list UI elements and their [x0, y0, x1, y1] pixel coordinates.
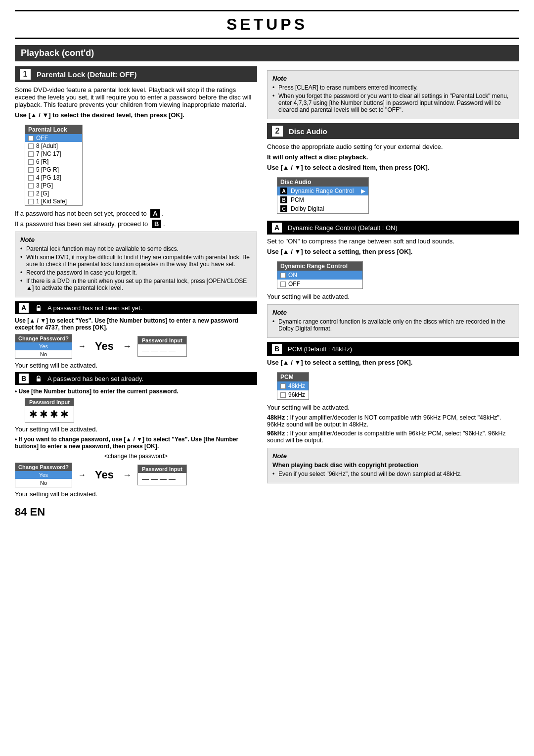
pl-row-kidsafe: 1 [Kid Safe]	[25, 197, 82, 205]
drc-instruction: Use [▲ / ▼] to select a setting, then pr…	[267, 248, 519, 255]
proceed-A-label: A	[150, 209, 160, 218]
pl-label-r: 6 [R]	[36, 158, 48, 165]
playback-header: Playback (cont'd)	[15, 45, 519, 61]
da-row-drc: A Dynamic Range Control ▶	[277, 187, 368, 195]
note-box-right: Note Press [CLEAR] to erase numbers ente…	[267, 70, 519, 119]
drc-activated: Your setting will be activated.	[267, 293, 519, 300]
step-B-instruction: • Use [the Number buttons] to enter the …	[15, 388, 257, 395]
note-box-left: Note Parental lock function may not be a…	[15, 232, 257, 297]
drc-banner-letter: A	[272, 223, 282, 233]
drc-intro: Set to "ON" to compress the range betwee…	[267, 237, 519, 245]
password-input-box-A: Password Input — — — —	[137, 336, 187, 357]
section2-title: Disc Audio	[289, 127, 327, 136]
note-item-4: If there is a DVD in the unit when you s…	[20, 278, 252, 291]
da-row-pcm: B PCM	[277, 195, 368, 204]
pl-label-pg: 3 [PG]	[36, 182, 53, 189]
proceed-B-label: B	[152, 220, 161, 228]
step-B-box: B A password has been set already.	[15, 372, 257, 385]
page-number: 84 EN	[15, 506, 257, 519]
drc-table: Dynamic Range Control ✓ ON OFF	[277, 261, 363, 289]
star3: ✱	[50, 408, 58, 420]
no-row-B2: No	[15, 479, 72, 487]
pcm-table: PCM ✓ 48kHz 96kHz	[277, 372, 309, 400]
proceed-B-line: If a password has been set already, proc…	[15, 220, 257, 228]
pl-label-off: OFF	[36, 135, 48, 142]
pcm-row-96: 96kHz	[277, 390, 309, 399]
pi-header-B: Password Input	[25, 398, 74, 406]
arrow-B2: →	[78, 471, 86, 479]
note-item-2: With some DVD, it may be difficult to fi…	[20, 254, 252, 268]
pi-header-B2: Password Input	[138, 465, 186, 473]
note-pcm-item-1: Even if you select "96kHz", the sound wi…	[272, 471, 514, 477]
drc-label-on: ON	[288, 272, 297, 279]
pl-row-off: ✓ OFF	[25, 134, 82, 142]
da-table-header: Disc Audio	[277, 178, 368, 187]
pl-row-r: 6 [R]	[25, 158, 82, 166]
yes-row-B2: Yes	[15, 471, 72, 479]
pl-row-nc17: 7 [NC 17]	[25, 150, 82, 158]
pi-body-B2: — — — —	[138, 473, 186, 485]
left-column: 1 Parental Lock (Default: OFF) Some DVD-…	[15, 66, 257, 519]
dash4-B2: —	[169, 475, 176, 483]
pl-row-pg: 3 [PG]	[25, 182, 82, 189]
section1-body: Some DVD-video feature a parental lock l…	[15, 86, 257, 108]
96khz-desc: 96kHz : If your amplifier/decoder is com…	[267, 430, 519, 444]
drc-table-header: Dynamic Range Control	[277, 262, 362, 271]
svg-rect-1	[37, 378, 41, 381]
note-title-right: Note	[272, 75, 514, 82]
note-item-3: Record the password in case you forget i…	[20, 269, 252, 276]
dash-arrow-A: →	[123, 341, 132, 352]
pl-checkbox-nc17	[28, 151, 34, 157]
yes-word-A: Yes	[95, 340, 114, 353]
96khz-label: 96kHz	[267, 430, 285, 437]
activated-B2: Your setting will be activated.	[15, 490, 257, 498]
pl-label-g: 2 [G]	[36, 190, 49, 197]
activated-B: Your setting will be activated.	[15, 425, 257, 433]
pl-label-nc17: 7 [NC 17]	[36, 150, 61, 157]
note-list-left: Parental lock function may not be availa…	[20, 245, 252, 291]
drc-row-on: ✓ ON	[277, 271, 362, 280]
pi-body-A: — — — —	[138, 344, 186, 356]
step-B-text: A password has been set already.	[47, 375, 143, 382]
pcm-checkbox-48: ✓	[280, 383, 286, 389]
note-box-drc: Note Dynamic range control function is a…	[267, 304, 519, 338]
section2-bold1: It will only affect a disc playback.	[267, 153, 519, 161]
yes-word-B2: Yes	[95, 469, 114, 481]
drc-banner: A Dynamic Range Control (Default : ON)	[267, 221, 519, 235]
drc-label-off: OFF	[288, 281, 300, 287]
dash-arrow-B2: →	[123, 470, 132, 480]
note-title-drc: Note	[272, 309, 514, 316]
arrow-A: →	[78, 342, 86, 351]
pl-row-g: 2 [G]	[25, 189, 82, 197]
section1-title: Parental Lock (Default: OFF)	[37, 70, 137, 79]
pcm-activated: Your setting will be activated.	[267, 404, 519, 411]
da-arrow-drc: ▶	[356, 188, 365, 194]
da-text-pcm: PCM	[291, 196, 304, 203]
step-B-letter: B	[19, 374, 29, 383]
pi-body-B: ✱ ✱ ✱ ✱	[25, 406, 74, 422]
note-list-pcm: Even if you select "96kHz", the sound wi…	[272, 471, 514, 477]
note-title-left: Note	[20, 236, 252, 243]
password-flow-B2: Change Password? Yes No → Yes → Password…	[15, 463, 257, 487]
two-column-layout: 1 Parental Lock (Default: OFF) Some DVD-…	[15, 66, 519, 519]
pl-row-adult: 8 [Adult]	[25, 142, 82, 150]
lock-icon-B	[35, 375, 43, 382]
password-input-stars: Password Input ✱ ✱ ✱ ✱	[25, 398, 257, 423]
star2: ✱	[40, 408, 48, 420]
dash3-B2: —	[160, 475, 167, 483]
change-password-box-B2: Change Password? Yes No	[15, 463, 72, 487]
section2-instruction: Use [▲ / ▼] to select a desired item, th…	[267, 164, 519, 171]
password-flow-A: Change Password? Yes No → Yes → Password…	[15, 334, 257, 359]
section2-header: 2 Disc Audio	[267, 123, 519, 139]
pcm-checkbox-96	[280, 392, 286, 398]
note-item-1: Parental lock function may not be availa…	[20, 245, 252, 252]
pl-label-pgr: 5 [PG R]	[36, 166, 59, 173]
dash1-A: —	[142, 346, 149, 354]
pcm-instruction: Use [▲ / ▼] to select a setting, then pr…	[267, 359, 519, 366]
disc-audio-table: Disc Audio A Dynamic Range Control ▶ B P…	[277, 177, 369, 214]
star1: ✱	[29, 408, 38, 420]
pl-row-pg13: 4 [PG 13]	[25, 174, 82, 182]
da-text-dolby: Dolby Digital	[291, 205, 324, 212]
drc-banner-text: Dynamic Range Control (Default : ON)	[288, 224, 398, 232]
parental-lock-table: Parental Lock ✓ OFF 8 [Adult] 7 [NC 17] …	[25, 125, 83, 206]
